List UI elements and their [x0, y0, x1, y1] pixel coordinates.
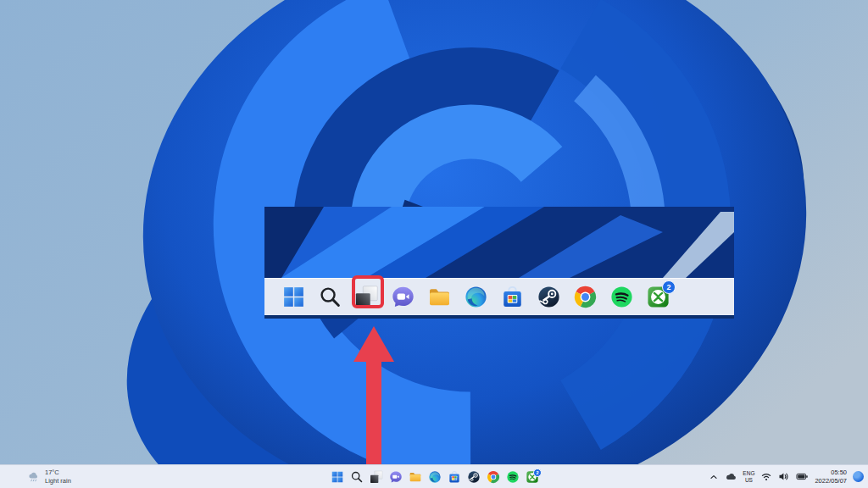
start-icon[interactable] — [331, 470, 344, 484]
xbox-badge: 2 — [662, 280, 676, 294]
onedrive-cloud-icon[interactable] — [725, 471, 737, 483]
chat-icon[interactable] — [389, 470, 403, 484]
clock-date: 2022/05/07 — [815, 477, 847, 485]
xbox-icon[interactable]: 2 — [526, 470, 539, 484]
taskbar-icons: 2 — [331, 465, 539, 488]
clock[interactable]: 05:50 2022/05/07 — [815, 469, 847, 485]
microsoft-store-icon[interactable] — [448, 470, 461, 484]
notification-badge[interactable] — [853, 471, 864, 482]
xbox-badge: 2 — [533, 469, 542, 477]
weather-rain-icon — [27, 470, 41, 484]
language-line1: ENG — [743, 470, 754, 476]
highlight-box-task-view — [352, 275, 384, 308]
chrome-icon[interactable] — [487, 470, 500, 484]
search-icon[interactable] — [350, 470, 364, 484]
chevron-up-icon[interactable] — [709, 472, 719, 482]
wifi-icon[interactable] — [760, 471, 772, 482]
edge-icon[interactable] — [428, 470, 442, 484]
steam-icon[interactable] — [537, 285, 561, 309]
chat-icon[interactable] — [391, 285, 415, 309]
file-explorer-icon[interactable] — [427, 285, 452, 309]
clock-time: 05:50 — [815, 469, 847, 477]
language-indicator[interactable]: ENG US — [743, 470, 754, 483]
spotify-icon[interactable] — [506, 470, 520, 484]
language-line2: US — [743, 477, 754, 483]
start-icon[interactable] — [281, 285, 306, 309]
weather-widget[interactable]: 17°C Light rain — [27, 465, 71, 488]
battery-icon[interactable] — [796, 471, 809, 482]
inset-wallpaper — [264, 207, 734, 278]
chrome-icon[interactable] — [573, 285, 598, 309]
xbox-icon[interactable]: 2 — [646, 285, 670, 309]
task-view-icon[interactable] — [370, 470, 383, 484]
file-explorer-icon[interactable] — [409, 470, 422, 484]
weather-condition: Light rain — [45, 477, 71, 485]
edge-icon[interactable] — [464, 285, 488, 309]
spotify-icon[interactable] — [609, 285, 634, 309]
volume-icon[interactable] — [778, 471, 790, 482]
inset-taskbar: 2 — [264, 278, 734, 315]
system-tray: ENG US 05:50 2022/05/07 — [709, 465, 864, 488]
taskbar: 17°C Light rain — [0, 464, 868, 488]
taskbar-zoom-inset: 2 — [264, 207, 734, 319]
inset-bottom-strip — [264, 315, 734, 319]
steam-icon[interactable] — [467, 470, 481, 484]
search-icon[interactable] — [318, 285, 342, 309]
annotation-arrow — [353, 326, 394, 465]
desktop: 2 17°C Light rain — [0, 0, 868, 488]
microsoft-store-icon[interactable] — [500, 285, 525, 309]
weather-temperature: 17°C — [45, 469, 71, 477]
